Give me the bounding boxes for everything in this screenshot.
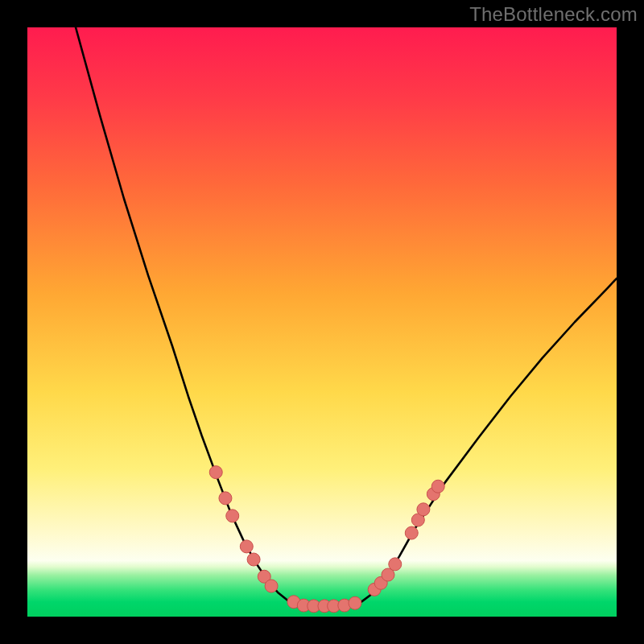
watermark-text: TheBottleneck.com — [469, 3, 638, 26]
bottleneck-curve — [76, 27, 617, 608]
data-marker — [417, 503, 430, 516]
marker-layer — [209, 466, 444, 613]
data-marker — [405, 526, 418, 539]
data-marker — [389, 558, 402, 571]
data-marker — [431, 480, 444, 493]
data-marker — [240, 540, 253, 553]
data-marker — [226, 510, 239, 522]
chart-svg — [27, 27, 617, 617]
data-marker — [219, 492, 232, 505]
data-marker — [209, 466, 222, 479]
outer-frame: TheBottleneck.com — [0, 0, 644, 644]
data-marker — [349, 597, 361, 609]
data-marker — [247, 553, 260, 566]
plot-area — [27, 27, 617, 617]
data-marker — [265, 580, 278, 592]
curve-layer — [76, 27, 617, 608]
